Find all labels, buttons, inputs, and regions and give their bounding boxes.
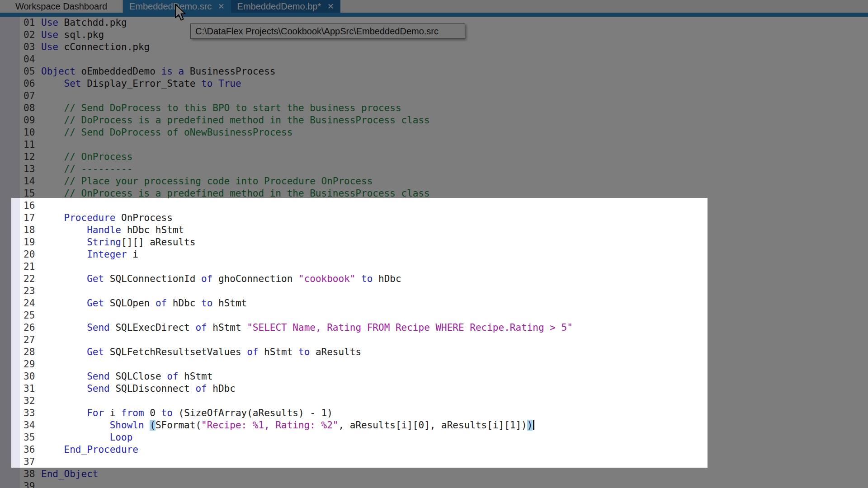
code-line: 20 Integer i	[0, 249, 573, 261]
line-number: 14	[24, 175, 41, 188]
code-line: 08 // Send DoProcess to this BPO to star…	[0, 102, 573, 114]
code-token: // Place your processing code into Proce…	[64, 176, 373, 187]
line-number: 31	[24, 383, 41, 395]
code-line: 18 Handle hDbc hStmt	[0, 224, 573, 236]
code-token: Use	[41, 17, 58, 28]
file-path-tooltip: C:\DataFlex Projects\Cookbook\AppSrc\Emb…	[190, 23, 465, 39]
code-line: 31 Send SQLDisconnect of hDbc	[0, 383, 573, 395]
code-token: (SizeOfArray(aResults) - 1)	[173, 408, 333, 418]
tab-embeddeddemo-bp[interactable]: EmbeddedDemo.bp* ✕	[231, 0, 340, 13]
code-token: oEmbeddedDemo	[75, 66, 161, 77]
line-number: 15	[24, 188, 41, 200]
code-token: Send	[87, 383, 110, 394]
code-token	[41, 78, 64, 89]
code-line: 03Use cConnection.pkg	[0, 41, 573, 53]
code-text: // OnProcess	[41, 151, 132, 163]
code-text: Procedure OnProcess	[41, 212, 173, 224]
code-line: 15 // OnProcess is a predefined method i…	[0, 188, 573, 200]
code-token: hStmt	[207, 322, 247, 333]
code-token: SQLClose	[110, 371, 167, 382]
code-line: 05Object oEmbeddedDemo is a BusinessProc…	[0, 66, 573, 78]
line-number: 21	[24, 261, 41, 273]
code-text: // OnProcess is a predefined method in t…	[41, 188, 430, 200]
code-token	[41, 273, 87, 284]
code-text: Object oEmbeddedDemo is a BusinessProces…	[41, 66, 275, 78]
code-line: 38End_Object	[0, 468, 573, 480]
line-number: 04	[24, 53, 41, 66]
line-number: 11	[24, 139, 41, 151]
code-token	[41, 164, 64, 174]
tab-workspace-dashboard[interactable]: Workspace Dashboard	[0, 0, 123, 13]
code-editor[interactable]: 01Use Batchdd.pkg02Use sql.pkg03Use cCon…	[0, 17, 868, 488]
code-text: // Send DoProcess to this BPO to start t…	[41, 102, 401, 114]
code-token: Use	[41, 29, 58, 40]
code-token: cConnection.pkg	[58, 42, 150, 52]
code-line: 32	[0, 395, 573, 407]
code-token	[41, 103, 64, 113]
code-token: hStmt	[212, 298, 247, 309]
code-token: hDbc hStmt	[121, 225, 184, 235]
code-line: 06 Set Display_Error_State to True	[0, 78, 573, 90]
line-number: 18	[24, 224, 41, 236]
code-token: Get	[87, 298, 104, 309]
code-line: 21	[0, 261, 573, 273]
code-token	[41, 408, 87, 418]
code-text: Use Batchdd.pkg	[41, 17, 127, 29]
code-token	[355, 273, 361, 284]
code-token	[41, 322, 87, 333]
code-token: SQLFetchResultsetValues	[104, 347, 247, 357]
code-token: to	[298, 347, 310, 357]
close-icon[interactable]: ✕	[218, 3, 224, 10]
code-token: // Send DoProcess of oNewBusinessProcess	[64, 127, 293, 138]
code-line: 33 For i from 0 to (SizeOfArray(aResults…	[0, 407, 573, 419]
code-text: // DoProcess is a predefined method in t…	[41, 114, 430, 127]
code-line: 30 Send SQLClose of hStmt	[0, 371, 573, 383]
code-token: (	[150, 420, 156, 431]
line-number: 10	[24, 127, 41, 139]
code-token	[41, 115, 64, 126]
code-token: Use	[41, 42, 58, 52]
line-number: 12	[24, 151, 41, 163]
code-line: 26 Send SQLExecDirect of hStmt "SELECT N…	[0, 322, 573, 334]
code-token: hDbc	[207, 383, 236, 394]
code-line: 23	[0, 285, 573, 297]
close-icon[interactable]: ✕	[327, 3, 334, 10]
code-token	[173, 66, 179, 77]
code-token: Get	[87, 273, 104, 284]
code-token	[41, 371, 87, 382]
code-text: Get SQLConnectionId of ghoConnection "co…	[41, 273, 401, 285]
code-token: i	[127, 249, 138, 260]
code-token: Display_Error_State	[81, 78, 202, 89]
code-token	[212, 78, 218, 89]
code-token: SQLOpen	[104, 298, 156, 309]
line-number: 09	[24, 114, 41, 127]
active-tab-strip	[0, 13, 868, 17]
code-line: 29	[0, 358, 573, 371]
line-number: 29	[24, 358, 41, 371]
code-token: to	[361, 273, 373, 284]
line-number: 27	[24, 334, 41, 346]
code-line: 07	[0, 90, 573, 102]
code-token: hDbc	[167, 298, 201, 309]
code-token: SQLDisconnect	[110, 383, 196, 394]
code-token: "cookbook"	[298, 273, 355, 284]
text-caret	[533, 420, 534, 430]
line-number: 01	[24, 17, 41, 29]
code-token	[41, 151, 64, 162]
code-text: Send SQLDisconnect of hDbc	[41, 383, 236, 395]
line-number: 33	[24, 407, 41, 419]
code-token: aResults	[310, 347, 361, 357]
code-token: i	[104, 408, 121, 418]
code-text: End_Procedure	[41, 444, 138, 456]
code-text: For i from 0 to (SizeOfArray(aResults) -…	[41, 407, 333, 419]
code-token: SQLConnectionId	[104, 273, 201, 284]
code-line: 12 // OnProcess	[0, 151, 573, 163]
code-line: 14 // Place your processing code into Pr…	[0, 175, 573, 188]
code-token: Handle	[87, 225, 121, 235]
code-text: Set Display_Error_State to True	[41, 78, 241, 90]
line-number: 13	[24, 163, 41, 175]
code-token: SQLExecDirect	[110, 322, 196, 333]
code-token: from	[121, 408, 144, 418]
code-line: 24 Get SQLOpen of hDbc to hStmt	[0, 297, 573, 310]
line-number: 38	[24, 468, 41, 480]
